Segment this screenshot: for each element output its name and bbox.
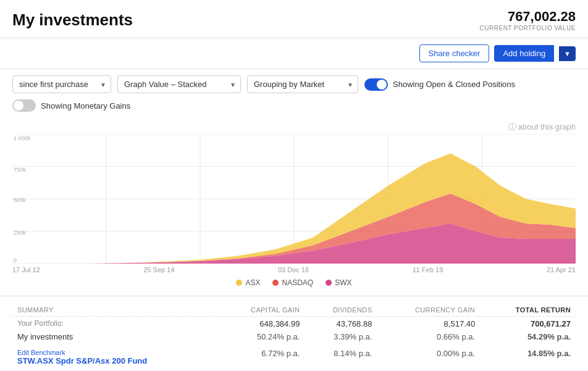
benchmark-cell: Edit Benchmark STW.ASX Spdr S&P/Asx 200 … bbox=[12, 344, 218, 368]
chart-about-link[interactable]: ⓘ about this graph bbox=[12, 118, 576, 134]
legend-swx: SWX bbox=[326, 278, 351, 287]
col-capital-gain: CAPITAL GAIN bbox=[218, 302, 304, 317]
chart-container: 1 000k 750k 500k 250k 0 bbox=[12, 134, 576, 264]
toggle-monetary-group: Showing Monetary Gains bbox=[12, 99, 130, 112]
capital-gain-value: 648,384.99 bbox=[218, 317, 304, 331]
col-currency-gain: CURRENCY GAIN bbox=[377, 302, 480, 317]
svg-text:750k: 750k bbox=[14, 167, 26, 173]
chart-x-labels: 17 Jul 12 25 Sep 14 03 Dec 16 11 Feb 19 … bbox=[12, 264, 576, 273]
your-portfolio-label: Your Portfolio: bbox=[12, 317, 218, 331]
total-return-value: 700,671.27 bbox=[480, 317, 576, 331]
dividends-pa: 3.39% p.a. bbox=[304, 331, 377, 344]
portfolio-summary: 767,002.28 CURRENT PORTFOLIO VALUE bbox=[480, 9, 576, 31]
summary-header-row: SUMMARY CAPITAL GAIN DIVIDENDS CURRENCY … bbox=[12, 302, 576, 317]
asx-dot bbox=[236, 280, 242, 286]
toggle-monetary-knob bbox=[14, 101, 23, 110]
toolbar: Share checker Add holding ▼ bbox=[0, 38, 588, 69]
summary-table: SUMMARY CAPITAL GAIN DIVIDENDS CURRENCY … bbox=[12, 302, 576, 368]
bench-capital-gain: 6.72% p.a. bbox=[218, 344, 304, 368]
toggle-open-closed-group: Showing Open & Closed Positions bbox=[364, 78, 515, 91]
portfolio-label: CURRENT PORTFOLIO VALUE bbox=[480, 25, 576, 31]
benchmark-ticker[interactable]: STW.ASX bbox=[17, 356, 54, 365]
nasdaq-label: NASDAQ bbox=[282, 278, 313, 287]
svg-text:500k: 500k bbox=[14, 197, 26, 203]
portfolio-name-row: My investments 50.24% p.a. 3.39% p.a. 0.… bbox=[12, 331, 576, 344]
swx-label: SWX bbox=[335, 278, 351, 287]
x-label-4: 11 Feb 19 bbox=[413, 266, 443, 273]
edit-benchmark-link[interactable]: Edit Benchmark bbox=[17, 349, 213, 356]
filters-bar: since first purchase 1 month 3 months 6 … bbox=[0, 69, 588, 118]
x-label-5: 21 Apr 21 bbox=[547, 266, 576, 273]
portfolio-name: My investments bbox=[12, 331, 218, 344]
col-summary: SUMMARY bbox=[12, 302, 218, 317]
benchmark-row: Edit Benchmark STW.ASX Spdr S&P/Asx 200 … bbox=[12, 344, 576, 368]
portfolio-label-row: Your Portfolio: 648,384.99 43,768.88 8,5… bbox=[12, 317, 576, 331]
svg-text:1 000k: 1 000k bbox=[14, 135, 31, 141]
x-label-1: 17 Jul 12 bbox=[12, 266, 40, 273]
bench-currency: 0.00% p.a. bbox=[377, 344, 480, 368]
dividends-value: 43,768.88 bbox=[304, 317, 377, 331]
chart-section: ⓘ about this graph 1 000k 750k bbox=[0, 118, 588, 296]
grouping-wrapper: Grouping by Market Grouping by Sector ▼ bbox=[247, 75, 358, 93]
grouping-select[interactable]: Grouping by Market Grouping by Sector bbox=[247, 75, 358, 93]
time-range-select[interactable]: since first purchase 1 month 3 months 6 … bbox=[12, 75, 111, 93]
toggle-open-closed[interactable] bbox=[364, 78, 388, 91]
currency-gain-value: 8,517.40 bbox=[377, 317, 480, 331]
info-icon: ⓘ bbox=[508, 122, 516, 131]
summary-section: SUMMARY CAPITAL GAIN DIVIDENDS CURRENCY … bbox=[0, 296, 588, 371]
page-title: My investments bbox=[12, 10, 133, 30]
col-dividends: DIVIDENDS bbox=[304, 302, 377, 317]
stacked-area-chart: 1 000k 750k 500k 250k 0 bbox=[12, 134, 576, 264]
col-total-return: TOTAL RETURN bbox=[480, 302, 576, 317]
graph-type-select[interactable]: Graph Value – Stacked Graph Value – Indi… bbox=[117, 75, 241, 93]
legend-nasdaq: NASDAQ bbox=[272, 278, 313, 287]
page-header: My investments 767,002.28 CURRENT PORTFO… bbox=[0, 0, 588, 38]
nasdaq-dot bbox=[272, 280, 279, 286]
portfolio-value: 767,002.28 bbox=[480, 9, 576, 25]
svg-text:0: 0 bbox=[14, 257, 17, 264]
chart-legend: ASX NASDAQ SWX bbox=[12, 273, 576, 290]
share-checker-button[interactable]: Share checker bbox=[419, 44, 490, 62]
svg-text:250k: 250k bbox=[14, 230, 26, 236]
asx-label: ASX bbox=[245, 278, 260, 287]
toggle-monetary-label: Showing Monetary Gains bbox=[41, 101, 130, 110]
graph-type-wrapper: Graph Value – Stacked Graph Value – Indi… bbox=[117, 75, 241, 93]
bench-total: 14.85% p.a. bbox=[480, 344, 576, 368]
bench-dividends: 8.14% p.a. bbox=[304, 344, 377, 368]
toggle-open-closed-label: Showing Open & Closed Positions bbox=[393, 80, 515, 89]
add-holding-button[interactable]: Add holding bbox=[494, 45, 554, 62]
capital-gain-pa: 50.24% p.a. bbox=[218, 331, 304, 344]
time-range-wrapper: since first purchase 1 month 3 months 6 … bbox=[12, 75, 111, 93]
legend-asx: ASX bbox=[236, 278, 260, 287]
benchmark-name-link[interactable]: Spdr S&P/Asx 200 Fund bbox=[56, 356, 147, 365]
total-return-pa: 54.29% p.a. bbox=[480, 331, 576, 344]
x-label-3: 03 Dec 16 bbox=[278, 266, 309, 273]
toggle-monetary[interactable] bbox=[12, 99, 36, 112]
currency-gain-pa: 0.66% p.a. bbox=[377, 331, 480, 344]
toggle-open-closed-knob bbox=[377, 80, 387, 90]
x-label-2: 25 Sep 14 bbox=[143, 266, 174, 273]
swx-dot bbox=[326, 280, 332, 286]
add-holding-chevron[interactable]: ▼ bbox=[559, 46, 576, 61]
